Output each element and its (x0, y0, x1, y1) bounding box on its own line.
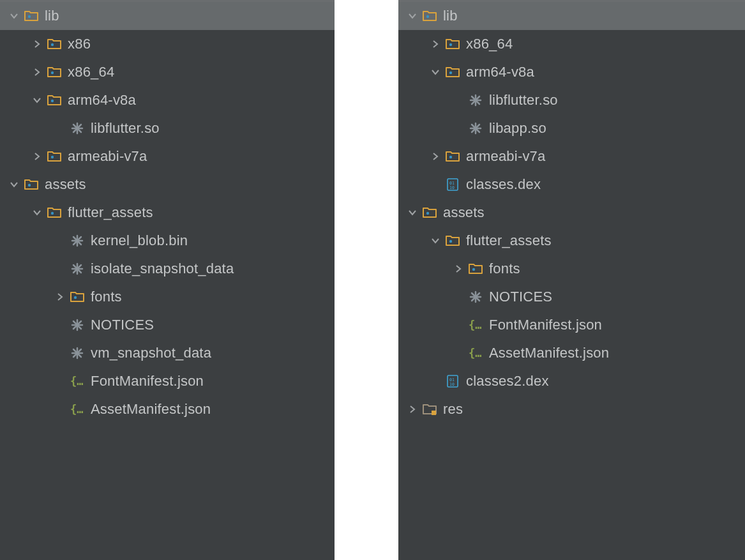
dex-icon (446, 374, 460, 388)
tree-label: AssetManifest.json (489, 345, 609, 361)
folder-icon (47, 93, 61, 107)
chevron-down-icon (31, 94, 43, 107)
tree-item-font-manifest[interactable]: FontManifest.json (398, 311, 745, 339)
asterisk-icon (70, 346, 84, 360)
tree-item-classes-dex[interactable]: classes.dex (398, 170, 745, 199)
tree-item-arm64-v8a[interactable]: arm64-v8a (0, 86, 335, 114)
tree-label: libapp.so (489, 120, 546, 137)
chevron-right-icon (31, 66, 43, 79)
asterisk-icon (70, 234, 84, 248)
tree-item-notices[interactable]: NOTICES (0, 311, 335, 339)
tree-label: FontManifest.json (489, 317, 602, 333)
chevron-right-icon (429, 38, 442, 50)
tree-item-x86-64[interactable]: x86_64 (0, 58, 335, 86)
folder-icon (47, 206, 61, 220)
tree-item-armeabi-v7a[interactable]: armeabi-v7a (0, 142, 335, 170)
tree-label: kernel_blob.bin (91, 232, 188, 249)
folder-res-icon (423, 402, 437, 416)
tree-label: isolate_snapshot_data (91, 261, 234, 277)
tree-label: res (443, 401, 463, 418)
tree-label: AssetManifest.json (91, 401, 211, 418)
chevron-down-icon (429, 66, 442, 79)
tree-item-flutter-assets[interactable]: flutter_assets (0, 199, 335, 227)
tree-item-armeabi-v7a[interactable]: armeabi-v7a (398, 142, 745, 170)
tree-label: fonts (489, 261, 520, 277)
tree-label: FontManifest.json (91, 373, 204, 390)
json-icon (469, 318, 483, 332)
tree-item-assets[interactable]: assets (398, 199, 745, 227)
folder-icon (446, 37, 460, 51)
folder-icon (47, 65, 61, 79)
chevron-right-icon (31, 38, 43, 50)
tree-label: x86 (68, 36, 91, 52)
tree-item-asset-manifest[interactable]: AssetManifest.json (0, 395, 335, 423)
folder-icon (446, 234, 460, 248)
asterisk-icon (70, 121, 84, 135)
tree-item-fonts[interactable]: fonts (0, 283, 335, 311)
folder-icon (24, 9, 38, 23)
folder-icon (47, 149, 61, 163)
asterisk-icon (469, 93, 483, 107)
json-icon (70, 374, 84, 388)
tree-item-assets[interactable]: assets (0, 170, 335, 199)
tree-item-lib[interactable]: lib (0, 2, 335, 30)
json-icon (70, 402, 84, 416)
tree-item-font-manifest[interactable]: FontManifest.json (0, 367, 335, 395)
tree-label: lib (443, 8, 458, 24)
asterisk-icon (469, 121, 483, 135)
tree-item-vm-snapshot[interactable]: vm_snapshot_data (0, 339, 335, 367)
tree-label: assets (45, 176, 86, 193)
tree-label: armeabi-v7a (68, 148, 147, 165)
asterisk-icon (469, 290, 483, 304)
tree-item-isolate-snapshot[interactable]: isolate_snapshot_data (0, 255, 335, 283)
tree-label: assets (443, 204, 485, 221)
tree-label: flutter_assets (68, 204, 153, 221)
folder-icon (423, 9, 437, 23)
chevron-down-icon (406, 10, 419, 22)
tree-label: libflutter.so (489, 92, 558, 109)
tree-item-x86[interactable]: x86 (0, 30, 335, 58)
tree-label: x86_64 (466, 36, 513, 52)
chevron-right-icon (452, 262, 465, 275)
chevron-right-icon (429, 150, 442, 163)
json-icon (469, 346, 483, 360)
tree-item-libflutter-so[interactable]: libflutter.so (0, 114, 335, 142)
chevron-down-icon (406, 206, 419, 219)
tree-item-arm64-v8a[interactable]: arm64-v8a (398, 58, 745, 86)
tree-label: libflutter.so (91, 120, 160, 137)
tree-label: lib (45, 8, 59, 24)
folder-icon (70, 290, 84, 304)
asterisk-icon (70, 318, 84, 332)
folder-icon (423, 206, 437, 220)
tree-label: NOTICES (489, 289, 552, 305)
chevron-right-icon (406, 403, 419, 416)
folder-icon (446, 65, 460, 79)
folder-icon (469, 262, 483, 276)
tree-item-classes2-dex[interactable]: classes2.dex (398, 367, 745, 395)
tree-item-kernel-blob[interactable]: kernel_blob.bin (0, 227, 335, 255)
asterisk-icon (70, 262, 84, 276)
tree-label: arm64-v8a (68, 92, 136, 109)
tree-label: arm64-v8a (466, 64, 534, 80)
tree-item-flutter-assets[interactable]: flutter_assets (398, 227, 745, 255)
tree-item-fonts[interactable]: fonts (398, 255, 745, 283)
tree-label: classes.dex (466, 176, 541, 193)
tree-panel-left: lib x86 x86_64 arm64-v8a libflutter.so a… (0, 0, 335, 560)
tree-label: armeabi-v7a (466, 148, 545, 165)
tree-item-res[interactable]: res (398, 395, 745, 423)
chevron-right-icon (31, 150, 43, 163)
chevron-down-icon (429, 234, 442, 247)
tree-item-notices[interactable]: NOTICES (398, 283, 745, 311)
tree-item-libapp-so[interactable]: libapp.so (398, 114, 745, 142)
dex-icon (446, 178, 460, 192)
chevron-right-icon (54, 291, 66, 303)
tree-panel-right: lib x86_64 arm64-v8a libflutter.so libap… (398, 0, 745, 560)
tree-label: classes2.dex (466, 373, 549, 390)
tree-item-asset-manifest[interactable]: AssetManifest.json (398, 339, 745, 367)
folder-icon (47, 37, 61, 51)
tree-item-lib[interactable]: lib (398, 2, 745, 30)
tree-label: x86_64 (68, 64, 114, 80)
tree-item-libflutter-so[interactable]: libflutter.so (398, 86, 745, 114)
tree-label: vm_snapshot_data (91, 345, 211, 361)
tree-item-x86-64[interactable]: x86_64 (398, 30, 745, 58)
